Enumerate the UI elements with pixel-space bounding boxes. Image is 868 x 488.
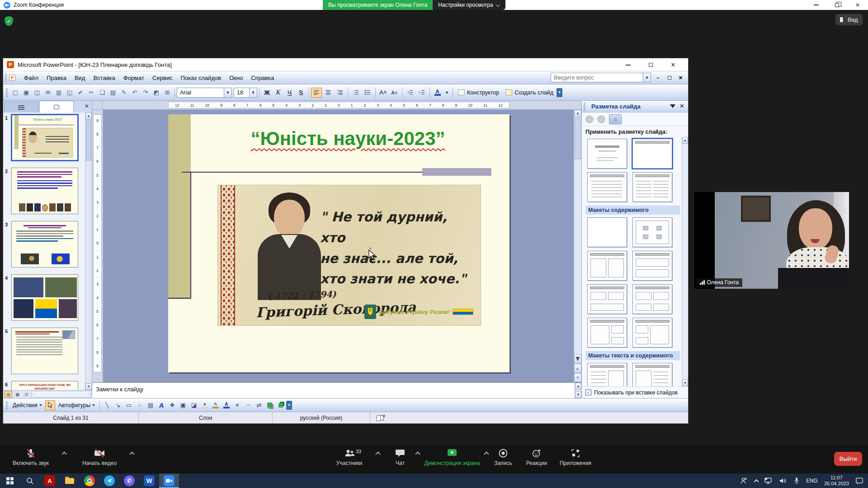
next-slide-button[interactable]: « xyxy=(574,373,581,382)
line-color-icon[interactable]: ✎ xyxy=(211,400,221,410)
layout-content-over-content[interactable] xyxy=(632,251,672,281)
bullets-icon[interactable] xyxy=(362,88,373,98)
slide-thumbnail-6[interactable]: 6ТОП-5 УКРАЇНСЬКИХ ЮНИХ ГЕНІВ, ЯКІ ВРАЗИ… xyxy=(3,381,92,390)
font-dropdown-icon[interactable]: ▼ xyxy=(224,88,231,97)
line-icon[interactable]: ╲ xyxy=(102,400,112,410)
thumbnail-scrollbar[interactable]: ▲ ▼ xyxy=(85,113,92,390)
clock[interactable]: 11:07 26.04.2023 xyxy=(824,475,849,487)
decrease-font-icon[interactable]: A˅ xyxy=(389,88,400,98)
network-icon[interactable] xyxy=(764,477,773,484)
doc-restore-icon[interactable] xyxy=(665,74,674,82)
notes-scrollbar[interactable]: ▲ ▼ xyxy=(575,383,581,398)
menu-slide-show[interactable]: Показ слайдов xyxy=(176,73,225,83)
toolbar-grip-2[interactable] xyxy=(6,89,8,97)
arrow-icon[interactable]: ↘ xyxy=(113,400,123,410)
slide-thumbnail-3[interactable]: 3 xyxy=(3,221,92,267)
speaker-icon[interactable] xyxy=(779,477,787,484)
taskbar-zoom-icon[interactable] xyxy=(159,474,179,488)
fill-color-icon[interactable]: ▾ xyxy=(200,400,210,410)
audio-options-chevron-icon[interactable] xyxy=(61,451,66,456)
slide[interactable]: “Юність науки-2023” " Не той дурний, хто xyxy=(168,114,509,372)
task-pane-header[interactable]: Разметка слайда ✕ xyxy=(582,101,688,113)
font-name-combo[interactable]: Arial ▼ xyxy=(177,88,232,98)
security-shield-icon[interactable]: ✓ xyxy=(5,16,13,26)
status-template[interactable]: Слои xyxy=(139,412,273,423)
canvas-scrollbar[interactable]: ▲ ▼ « « xyxy=(574,110,581,382)
microphone-tray-icon[interactable] xyxy=(793,477,800,484)
layout-title-slide[interactable] xyxy=(587,139,627,169)
line-style-icon[interactable]: ≡ xyxy=(232,400,242,410)
normal-view-button[interactable]: ▤ xyxy=(5,391,12,398)
font-size-combo[interactable]: 18 ▼ xyxy=(234,88,257,98)
taskbar-acrobat-icon[interactable]: A xyxy=(40,474,60,488)
scroll-up-icon[interactable]: ▲ xyxy=(85,113,92,119)
increase-font-icon[interactable]: A˄ xyxy=(378,88,388,98)
slide-image[interactable]: " Не той дурний, хто не знає... але той,… xyxy=(217,185,481,326)
print-icon[interactable]: ▥ xyxy=(54,88,64,98)
vertical-ruler[interactable]: 9·8·7·6·5·4·3·2·1·0·1·2·3·4·5·6·7·8·9 xyxy=(92,110,103,382)
layout-text-and-content[interactable] xyxy=(587,363,627,386)
taskbar-viber-icon[interactable]: ✆ xyxy=(119,474,139,488)
start-video-button[interactable]: Начать видео xyxy=(75,448,124,466)
slide-thumbnail-4[interactable]: 4 xyxy=(3,274,92,321)
unmute-button[interactable]: Включить звук xyxy=(4,448,58,466)
ppt-minimize-icon[interactable] xyxy=(617,58,639,71)
redo-icon[interactable]: ↷ xyxy=(141,88,151,98)
autoshapes-menu[interactable]: Автофигуры xyxy=(56,402,98,408)
slide-sorter-view-button[interactable]: ▦ xyxy=(14,391,21,398)
layout-blank[interactable] xyxy=(587,217,627,247)
layout-two-content-and-content[interactable] xyxy=(632,318,672,347)
video-options-chevron-icon[interactable] xyxy=(129,451,134,456)
text-box-icon[interactable]: ▤ xyxy=(146,400,156,410)
layout-title-only[interactable] xyxy=(632,139,672,169)
notes-scroll-up-icon[interactable]: ▲ xyxy=(575,383,581,389)
layout-two-content-over-content[interactable] xyxy=(587,284,627,314)
close-icon[interactable]: ✕ xyxy=(847,0,868,10)
align-right-button[interactable] xyxy=(335,88,345,98)
view-button[interactable]: Вид xyxy=(835,14,863,25)
taskbar-windows-start-icon[interactable] xyxy=(0,474,20,488)
ppt-restore-icon[interactable] xyxy=(639,58,662,71)
menu-help[interactable]: Справка xyxy=(247,73,278,83)
layout-four-content[interactable] xyxy=(632,284,672,314)
doc-close-icon[interactable]: ✕ xyxy=(676,74,685,82)
horizontal-ruler[interactable]: 12·11·10·9·8·7·6·5·4·3·2·1·0·1·2·3·4·5·6… xyxy=(103,101,581,109)
canvas-scrollbar-thumb[interactable] xyxy=(575,117,581,159)
design-button[interactable]: Конструктор xyxy=(455,87,502,98)
task-pane-dropdown-icon[interactable] xyxy=(670,104,675,108)
apps-button[interactable]: Приложения xyxy=(555,448,596,466)
picture-icon[interactable]: ◪ xyxy=(189,400,199,410)
menu-view[interactable]: Вид xyxy=(71,73,90,83)
actions-menu[interactable]: Действия xyxy=(10,402,45,408)
menu-format[interactable]: Формат xyxy=(119,73,148,83)
slide-thumbnail-5[interactable]: 5 xyxy=(3,328,92,374)
slide-thumbnail-2[interactable]: 2 xyxy=(3,168,92,214)
layout-content[interactable] xyxy=(632,217,672,247)
tp-scroll-down-icon[interactable]: ▼ xyxy=(682,380,688,386)
taskbar-chrome-icon[interactable] xyxy=(80,474,99,488)
chat-chevron-icon[interactable] xyxy=(415,451,420,456)
toolbar-options-icon[interactable]: ▾ xyxy=(557,88,562,97)
scroll-down-icon[interactable]: ▼ xyxy=(85,383,92,390)
menu-tools[interactable]: Сервис xyxy=(148,73,177,83)
question-dropdown-icon[interactable]: ▼ xyxy=(643,73,651,82)
select-objects-icon[interactable] xyxy=(45,400,55,410)
layout-title-two-col-text[interactable] xyxy=(632,172,672,202)
task-pane-grip[interactable] xyxy=(584,103,585,111)
bold-button[interactable]: Ж xyxy=(262,88,272,98)
font-size-dropdown-icon[interactable]: ▼ xyxy=(249,88,257,97)
scrollbar-thumb[interactable] xyxy=(86,120,91,160)
horizontal-scrollbar[interactable]: ‹› xyxy=(31,391,91,398)
slide-thumbnail-1[interactable]: 1"Юність науки-2023" xyxy=(3,114,92,161)
layout-content-and-text[interactable] xyxy=(632,363,672,386)
minimize-icon[interactable] xyxy=(806,0,826,10)
menu-insert[interactable]: Вставка xyxy=(89,73,119,83)
toolbar-grip[interactable] xyxy=(5,74,7,82)
dash-style-icon[interactable]: ┄ xyxy=(243,400,253,410)
pane-close-icon[interactable]: ✕ xyxy=(85,103,89,109)
slideshow-view-button[interactable]: ⊡ xyxy=(23,391,30,398)
tab-outline[interactable] xyxy=(4,102,38,113)
chart-icon[interactable]: ◩ xyxy=(151,88,161,98)
participants-button[interactable]: Участники 33 xyxy=(328,448,371,466)
new-slide-button[interactable]: Создать слайд xyxy=(502,87,557,98)
